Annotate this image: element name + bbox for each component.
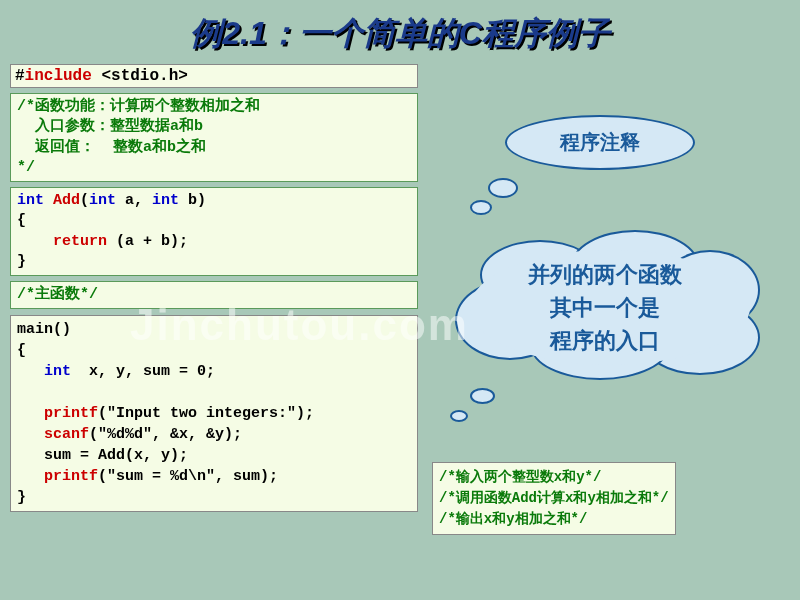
- indent: [17, 233, 53, 250]
- kw-return: return: [53, 233, 107, 250]
- brace-close: }: [17, 253, 26, 270]
- annotation-bubble-comments: 程序注释: [505, 115, 695, 170]
- cloud-line2: 其中一个是: [440, 291, 770, 324]
- return-expr: (a + b);: [107, 233, 188, 250]
- kw-int2: int: [89, 192, 116, 209]
- slide-title: 例2.1：一个简单的C程序例子: [0, 0, 800, 64]
- indent3: [17, 405, 44, 422]
- blank-line: [17, 384, 26, 401]
- fn-printf2: printf: [44, 468, 98, 485]
- vars-decl: x, y, sum = 0;: [71, 363, 215, 380]
- main-brace-close: }: [17, 489, 26, 506]
- function-comment-block: /*函数功能：计算两个整数相加之和 入口参数：整型数据a和b 返回值： 整数a和…: [10, 93, 418, 182]
- include-keyword: include: [25, 67, 92, 85]
- side-comments-block: /*输入两个整型数x和y*/ /*调用函数Add计算x和y相加之和*/ /*输出…: [432, 462, 676, 535]
- annotation-cloud-functions: 并列的两个函数 其中一个是 程序的入口: [440, 230, 770, 380]
- bubble1-text: 程序注释: [560, 129, 640, 156]
- hash: #: [15, 67, 25, 85]
- sum-assign: sum = Add(x, y);: [17, 447, 188, 464]
- main-function-block: main() { int x, y, sum = 0; printf("Inpu…: [10, 315, 418, 512]
- printf2-args: ("sum = %d\n", sum);: [98, 468, 278, 485]
- thought-bubble-dot: [450, 410, 468, 422]
- thought-bubble-dot: [488, 178, 518, 198]
- fn-name-add: Add: [53, 192, 80, 209]
- main-decl: main(): [17, 321, 71, 338]
- cloud-line3: 程序的入口: [440, 324, 770, 357]
- main-comment: /*主函数*/: [10, 281, 418, 309]
- kw-int: int: [17, 192, 53, 209]
- thought-bubble-dot: [470, 200, 492, 215]
- param-b: b): [179, 192, 206, 209]
- fn-printf1: printf: [44, 405, 98, 422]
- cloud-text: 并列的两个函数 其中一个是 程序的入口: [440, 258, 770, 357]
- include-line: #include <stdio.h>: [10, 64, 418, 88]
- indent2: [17, 363, 44, 380]
- printf1-args: ("Input two integers:");: [98, 405, 314, 422]
- fn-scanf: scanf: [44, 426, 89, 443]
- thought-bubble-dot: [470, 388, 495, 404]
- main-brace-open: {: [17, 342, 26, 359]
- kw-int-main: int: [44, 363, 71, 380]
- paren: (: [80, 192, 89, 209]
- include-header: <stdio.h>: [92, 67, 188, 85]
- indent4: [17, 426, 44, 443]
- param-a: a,: [116, 192, 152, 209]
- indent5: [17, 468, 44, 485]
- scanf-args: ("%d%d", &x, &y);: [89, 426, 242, 443]
- brace-open: {: [17, 212, 26, 229]
- kw-int3: int: [152, 192, 179, 209]
- add-function-block: int Add(int a, int b) { return (a + b); …: [10, 187, 418, 276]
- cloud-line1: 并列的两个函数: [440, 258, 770, 291]
